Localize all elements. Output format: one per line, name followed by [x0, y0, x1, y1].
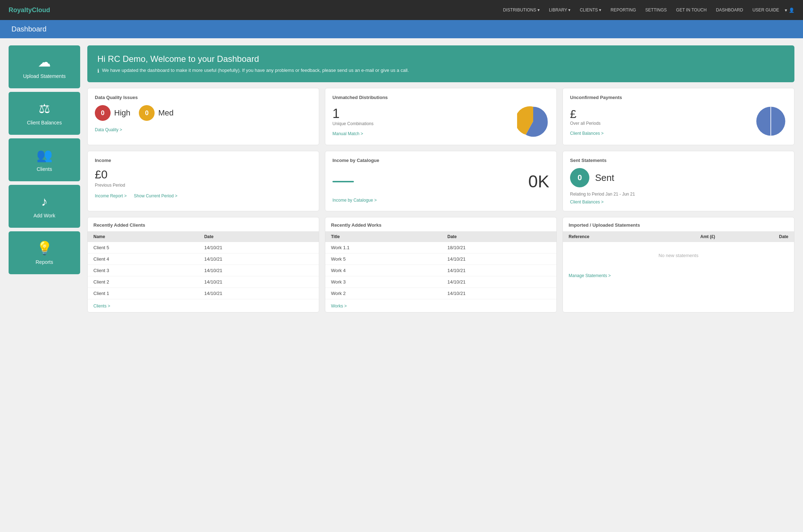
client-name: Client 1: [88, 288, 199, 299]
clients-label: Clients: [37, 166, 52, 172]
work-title: Work 3: [325, 276, 442, 288]
dq-med-label: Med: [158, 108, 174, 118]
nav-clients[interactable]: CLIENTS: [576, 5, 605, 15]
up-body: £ Over all Periods Client Balances >: [570, 105, 787, 138]
unmatched-distributions-card: Unmatched Distributions 1 Unique Combina…: [325, 88, 557, 145]
nav-user-avatar[interactable]: ▾ 👤: [785, 8, 794, 13]
ss-badge: 0: [570, 168, 589, 187]
work-row: Work 414/10/21: [325, 265, 556, 276]
welcome-banner: Hi RC Demo, Welcome to your Dashboard ℹ …: [87, 45, 794, 82]
add-work-label: Add Work: [33, 213, 55, 218]
client-name: Client 3: [88, 265, 199, 276]
brand-logo[interactable]: RoyaltyCloud: [9, 6, 50, 14]
unconfirmed-pie: [755, 105, 787, 138]
stmt-col-date: Date: [715, 234, 788, 239]
ibc-title: Income by Catalogue: [332, 158, 549, 163]
upload-statements-label: Upload Statements: [23, 73, 65, 79]
client-date: 14/10/21: [199, 288, 319, 299]
work-date: 14/10/21: [442, 253, 556, 265]
income-title: Income: [95, 158, 312, 163]
clients-table-header: Name Date: [88, 231, 319, 242]
up-amount: £: [570, 108, 604, 121]
client-name: Client 5: [88, 242, 199, 253]
clients-col-date: Date: [199, 231, 319, 242]
dq-high-pair: 0 High: [95, 105, 130, 121]
client-row: Client 214/10/21: [88, 276, 319, 288]
work-date: 14/10/21: [442, 276, 556, 288]
dq-high-badge: 0: [95, 105, 111, 121]
pie-chart: [517, 105, 549, 137]
stmt-col-amt: Amt (£): [642, 234, 715, 239]
client-row: Client 414/10/21: [88, 253, 319, 265]
ss-link[interactable]: Client Balances >: [570, 200, 604, 205]
nav-reporting[interactable]: REPORTING: [607, 5, 639, 15]
ss-title: Sent Statements: [570, 158, 787, 163]
ibc-link[interactable]: Income by Catalogue >: [332, 198, 377, 203]
income-current-link[interactable]: Show Current Period >: [134, 193, 177, 198]
client-date: 14/10/21: [199, 253, 319, 265]
data-quality-link[interactable]: Data Quality >: [95, 127, 122, 132]
unconfirmed-link[interactable]: Client Balances >: [570, 131, 604, 136]
client-balances-label: Client Balances: [27, 120, 62, 125]
reports-label: Reports: [35, 259, 53, 265]
client-balances-button[interactable]: ⚖ Client Balances: [9, 92, 80, 135]
nav-distributions[interactable]: DISTRIBUTIONS: [500, 5, 543, 15]
unmatched-title: Unmatched Distributions: [332, 95, 549, 100]
works-table-header: Title Date: [325, 231, 556, 242]
info-icon: ℹ: [97, 68, 99, 74]
client-name: Client 2: [88, 276, 199, 288]
top-cards-row: Data Quality Issues 0 High 0 Med Data Qu…: [87, 88, 794, 145]
clients-col-name: Name: [88, 231, 199, 242]
up-left: £ Over all Periods Client Balances >: [570, 108, 604, 136]
work-title: Work 4: [325, 265, 442, 276]
nav-user-guide[interactable]: USER GUIDE: [749, 5, 783, 15]
clients-table-link[interactable]: Clients >: [93, 304, 110, 309]
dq-med-badge: 0: [139, 105, 155, 121]
ud-number: 1: [332, 106, 374, 121]
ibc-line: [332, 181, 354, 182]
income-by-catalogue-card: Income by Catalogue 0K Income by Catalog…: [325, 151, 557, 211]
data-quality-card: Data Quality Issues 0 High 0 Med Data Qu…: [87, 88, 319, 145]
statements-table-title: Imported / Uploaded Statements: [563, 217, 794, 228]
bulb-icon: 💡: [36, 241, 53, 256]
statements-table-header: Reference Amt (£) Date: [563, 231, 794, 242]
up-sub: Over all Periods: [570, 121, 604, 126]
ud-sub: Unique Combinations: [332, 121, 374, 126]
works-table: Title Date Work 1.118/10/21Work 514/10/2…: [325, 231, 556, 299]
imported-statements-card: Imported / Uploaded Statements Reference…: [563, 217, 794, 312]
nav-library[interactable]: LIBRARY: [545, 5, 574, 15]
content-area: Hi RC Demo, Welcome to your Dashboard ℹ …: [87, 45, 794, 312]
ss-period: Relating to Period Jan 21 - Jun 21: [570, 192, 787, 197]
work-title: Work 2: [325, 288, 442, 299]
nav-settings[interactable]: SETTINGS: [642, 5, 670, 15]
ss-body: 0 Sent: [570, 168, 787, 187]
manage-statements-link[interactable]: Manage Statements >: [569, 273, 611, 278]
welcome-info-text: We have updated the dashboard to make it…: [102, 68, 409, 73]
upload-icon: ☁: [38, 55, 51, 70]
welcome-info: ℹ We have updated the dashboard to make …: [97, 68, 784, 74]
unmatched-link[interactable]: Manual Match >: [332, 131, 363, 136]
unconfirmed-title: Unconfirmed Payments: [570, 95, 787, 100]
works-table-link[interactable]: Works >: [331, 304, 347, 309]
nav-get-in-touch[interactable]: GET IN TOUCH: [672, 5, 710, 15]
client-date: 14/10/21: [199, 242, 319, 253]
reports-button[interactable]: 💡 Reports: [9, 231, 80, 274]
middle-cards-row: Income £0 Previous Period Income Report …: [87, 151, 794, 211]
nav-dashboard[interactable]: DASHBOARD: [712, 5, 747, 15]
income-report-link[interactable]: Income Report >: [95, 193, 127, 198]
upload-statements-button[interactable]: ☁ Upload Statements: [9, 45, 80, 88]
scales-icon: ⚖: [39, 101, 50, 116]
clients-table-title: Recently Added Clients: [88, 217, 319, 228]
works-col-date: Date: [442, 231, 556, 242]
page-header: Dashboard: [0, 20, 803, 38]
add-work-button[interactable]: ♪ Add Work: [9, 185, 80, 228]
sent-statements-card: Sent Statements 0 Sent Relating to Perio…: [563, 151, 794, 211]
income-amount: £0: [95, 168, 312, 181]
unconfirmed-payments-card: Unconfirmed Payments £ Over all Periods …: [563, 88, 794, 145]
ss-sent-label: Sent: [595, 172, 614, 183]
ud-body: 1 Unique Combinations Manual Match >: [332, 105, 549, 137]
dq-row: 0 High 0 Med: [95, 105, 312, 121]
income-links: Income Report > Show Current Period >: [95, 193, 312, 198]
welcome-title: Hi RC Demo, Welcome to your Dashboard: [97, 54, 784, 64]
clients-button[interactable]: 👥 Clients: [9, 138, 80, 181]
